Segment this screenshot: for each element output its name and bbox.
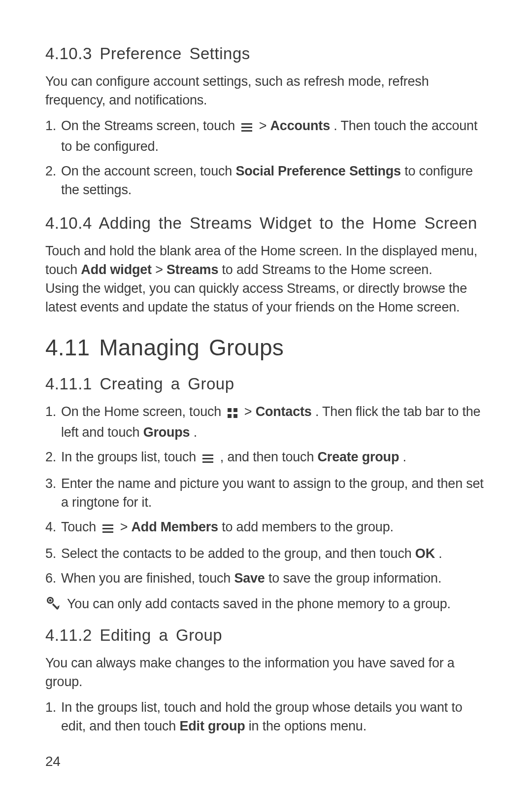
document-page: 4.10.3 Preference Settings You can confi… [0, 0, 532, 797]
bold-text: Contacts [256, 404, 312, 419]
text: Enter the name and picture you want to a… [61, 474, 487, 512]
text: > [259, 118, 270, 133]
text: On the Streams screen, touch [61, 118, 238, 133]
text: Select the contacts to be added to the g… [61, 546, 415, 561]
heading-4-11: 4.11 Managing Groups [45, 334, 487, 361]
ordered-list: 1. On the Home screen, touch > Contacts … [45, 402, 487, 588]
text: . [438, 546, 442, 561]
page-number: 24 [45, 754, 61, 769]
heading-4-11-2: 4.11.2 Editing a Group [45, 626, 487, 645]
ordered-list: 1. On the Streams screen, touch > Accoun… [45, 116, 487, 199]
svg-rect-4 [233, 408, 237, 412]
svg-rect-8 [202, 458, 213, 459]
text: to add Streams to the Home screen. [222, 262, 432, 277]
note-icon [45, 595, 65, 612]
svg-rect-12 [102, 531, 113, 533]
bold-text: Accounts [270, 118, 330, 133]
text: . [402, 450, 406, 464]
list-marker: 1. [45, 116, 61, 156]
note-text: You can only add contacts saved in the p… [67, 594, 451, 613]
svg-rect-10 [102, 524, 113, 526]
heading-4-10-4: 4.10.4 Adding the Streams Widget to the … [45, 214, 487, 233]
paragraph: You can configure account settings, such… [45, 72, 487, 109]
bold-text: Social Preference Settings [235, 164, 400, 178]
text: to save the group information. [268, 571, 441, 586]
svg-rect-1 [241, 127, 252, 128]
text: On the account screen, touch [61, 164, 235, 178]
list-item: 2. On the account screen, touch Social P… [45, 162, 487, 199]
text: In the groups list, touch [61, 450, 200, 464]
menu-icon [102, 520, 113, 538]
heading-4-10-3: 4.10.3 Preference Settings [45, 44, 487, 63]
heading-4-11-1: 4.11.1 Creating a Group [45, 375, 487, 393]
svg-rect-5 [228, 414, 232, 418]
svg-rect-11 [102, 528, 113, 529]
ordered-list: 1. In the groups list, touch and hold th… [45, 698, 487, 735]
list-marker: 5. [45, 544, 61, 563]
list-marker: 4. [45, 518, 61, 538]
list-item: 1. On the Streams screen, touch > Accoun… [45, 116, 487, 156]
svg-point-15 [49, 599, 52, 602]
list-item: 1. On the Home screen, touch > Contacts … [45, 402, 487, 442]
bold-text: Streams [166, 262, 218, 277]
list-marker: 1. [45, 402, 61, 442]
menu-icon [202, 450, 213, 468]
bold-text: OK [415, 546, 435, 561]
paragraph: Touch and hold the blank area of the Hom… [45, 242, 487, 279]
text: > [244, 404, 256, 419]
list-marker: 3. [45, 474, 61, 512]
paragraph: Using the widget, you can quickly access… [45, 279, 487, 316]
bold-text: Create group [318, 450, 399, 464]
svg-rect-0 [241, 123, 252, 125]
text: Touch [61, 520, 100, 534]
bold-text: Add widget [81, 262, 151, 277]
list-item: 6. When you are finished, touch Save to … [45, 569, 487, 588]
text: > [120, 520, 132, 534]
svg-rect-9 [202, 461, 213, 463]
list-item: 2. In the groups list, touch , and then … [45, 448, 487, 468]
svg-rect-7 [202, 454, 213, 456]
bold-text: Edit group [180, 719, 245, 733]
bold-text: Save [234, 571, 265, 586]
list-marker: 2. [45, 448, 61, 468]
list-marker: 2. [45, 162, 61, 199]
text: . [194, 425, 197, 440]
list-item: 1. In the groups list, touch and hold th… [45, 698, 487, 735]
apps-icon [228, 404, 237, 423]
text: On the Home screen, touch [61, 404, 225, 419]
text: in the options menu. [249, 719, 366, 733]
text: to add members to the group. [222, 520, 394, 534]
text: > [155, 262, 166, 277]
bold-text: Add Members [132, 520, 218, 534]
list-item: 3. Enter the name and picture you want t… [45, 474, 487, 512]
note: You can only add contacts saved in the p… [45, 594, 487, 613]
text: When you are finished, touch [61, 571, 234, 586]
svg-rect-2 [241, 130, 252, 132]
svg-rect-3 [228, 408, 232, 412]
list-item: 4. Touch > Add Members to add members to… [45, 518, 487, 538]
bold-text: Groups [143, 425, 190, 440]
list-item: 5. Select the contacts to be added to th… [45, 544, 487, 563]
text: , and then touch [220, 450, 318, 464]
svg-rect-6 [233, 414, 237, 418]
paragraph: You can always make changes to the infor… [45, 654, 487, 691]
menu-icon [241, 118, 252, 137]
list-marker: 6. [45, 569, 61, 588]
list-marker: 1. [45, 698, 61, 735]
